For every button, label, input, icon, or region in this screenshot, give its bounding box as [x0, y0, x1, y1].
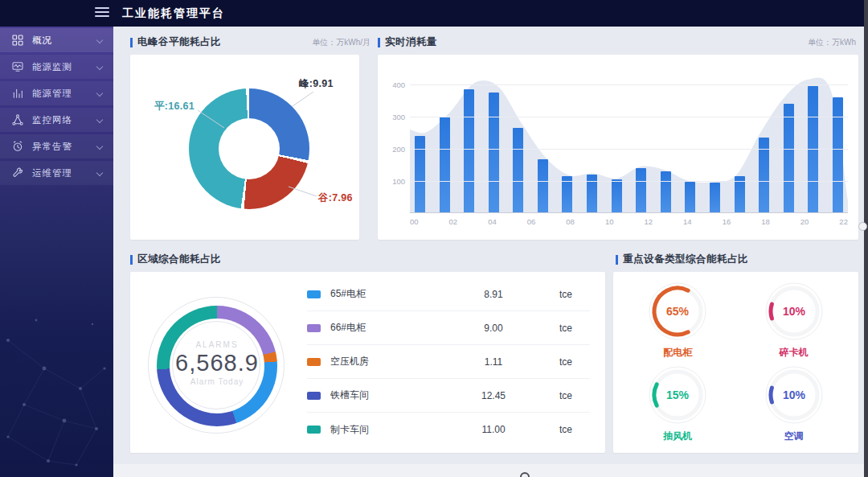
ring-center-value: 6,568.9	[160, 350, 274, 376]
x-tick-label: 18	[761, 217, 770, 226]
sidebar-item-label: 能源监测	[32, 61, 97, 73]
y-tick-label: 200	[383, 145, 405, 154]
title-accent-bar	[378, 38, 380, 47]
gauge-抽风机[interactable]: 15%抽风机	[620, 363, 736, 447]
x-tick-label: 00	[410, 217, 419, 226]
ring-center-subcaption: Alarm Today	[160, 377, 274, 386]
panel-head-peak-valley: 电峰谷平能耗占比	[130, 35, 221, 49]
bar[interactable]	[735, 176, 745, 212]
watermark-glyph	[520, 472, 530, 477]
legend-unit: tce	[542, 289, 590, 300]
sidebar-item-6[interactable]: 运维管理	[0, 161, 113, 185]
bottom-band	[113, 464, 868, 477]
network-icon	[11, 113, 24, 126]
panel-title-devices: 重点设备类型综合能耗占比	[623, 253, 748, 266]
gauge-percent: 10%	[783, 305, 806, 318]
title-accent-bar	[130, 38, 133, 47]
x-tick-label: 14	[683, 217, 692, 226]
legend-unit: tce	[542, 424, 590, 435]
gauge-label: 配电柜	[663, 346, 692, 360]
sidebar-item-label: 运维管理	[32, 167, 97, 179]
x-tick-label: 06	[527, 217, 536, 226]
unit-label-peak-valley: 单位：万kWh/月	[298, 37, 371, 48]
bar[interactable]	[538, 159, 548, 212]
panel-title-region: 区域综合能耗占比	[137, 253, 221, 266]
x-tick-label: 22	[839, 217, 848, 226]
sidebar-item-3[interactable]: 能源管理	[0, 81, 113, 105]
panel-head-realtime: 实时消耗量	[378, 35, 437, 49]
sidebar-item-1[interactable]: 概况	[0, 28, 113, 52]
bar[interactable]	[612, 179, 622, 212]
bar[interactable]	[636, 168, 646, 212]
legend-name: 铁槽车间	[330, 389, 445, 402]
realtime-bar-chart[interactable]	[410, 84, 848, 213]
bar[interactable]	[464, 89, 474, 212]
gauge-碎卡机[interactable]: 10%碎卡机	[736, 278, 853, 363]
gauge-percent: 10%	[783, 389, 806, 401]
legend-value: 1.11	[445, 356, 542, 368]
peak-valley-donut-chart[interactable]	[189, 88, 309, 209]
callout-flat: 平:16.61	[154, 100, 194, 113]
bar[interactable]	[833, 97, 843, 212]
x-tick-label: 08	[566, 217, 575, 226]
bar[interactable]	[415, 136, 425, 212]
gauge-percent: 15%	[666, 389, 690, 401]
title-accent-bar	[616, 255, 618, 265]
legend-row[interactable]: 65#电柜8.91tce	[307, 278, 590, 311]
sidebar-nav: 概况能源监测能源管理监控网络异常告警运维管理	[0, 27, 113, 477]
card-devices-gauges: 65%配电柜10%碎卡机15%抽风机10%空调	[613, 272, 858, 453]
ring-center-caption: ALARMS	[160, 340, 274, 349]
bar[interactable]	[562, 176, 572, 212]
gauge-percent: 65%	[666, 305, 690, 318]
ring-center-text: ALARMS 6,568.9 Alarm Today	[160, 340, 274, 386]
dashboard-screen: 工业能耗管理平台 概况能源监测能源管理监控网络异常告警运维管理	[0, 0, 868, 477]
sidebar-item-5[interactable]: 异常告警	[0, 134, 113, 158]
sidebar-item-4[interactable]: 监控网络	[0, 108, 113, 132]
bar[interactable]	[661, 171, 671, 212]
card-realtime-chart: 100200300400 000204060810121416182022	[378, 55, 858, 240]
sidebar-item-label: 概况	[32, 35, 97, 47]
region-ring-chart[interactable]: ALARMS 6,568.9 Alarm Today	[130, 272, 307, 453]
bar[interactable]	[685, 182, 695, 212]
region-legend-table: 65#电柜8.91tce66#电柜9.00tce空压机房1.11tce铁槽车间1…	[307, 278, 590, 446]
x-tick-label: 16	[723, 217, 731, 226]
legend-row[interactable]: 制卡车间11.00tce	[307, 413, 590, 446]
sidebar-item-label: 异常告警	[32, 141, 97, 153]
y-tick-label: 400	[383, 80, 405, 89]
x-tick-label: 12	[644, 217, 653, 226]
legend-unit: tce	[542, 390, 590, 401]
gauge-配电柜[interactable]: 65%配电柜	[620, 278, 736, 363]
panel-title-realtime: 实时消耗量	[385, 35, 437, 49]
legend-value: 8.91	[445, 289, 542, 300]
x-tick-label: 10	[605, 217, 614, 226]
bar[interactable]	[489, 93, 499, 212]
sidebar-item-label: 监控网络	[32, 114, 97, 126]
alarm-icon	[11, 140, 24, 153]
legend-row[interactable]: 空压机房1.11tce	[307, 345, 590, 379]
bar[interactable]	[513, 128, 523, 212]
legend-swatch	[307, 426, 321, 434]
bar[interactable]	[710, 183, 720, 212]
gauge-空调[interactable]: 10%空调	[736, 363, 853, 447]
callout-peak: 峰:9.91	[299, 77, 334, 91]
monitor-icon	[11, 60, 24, 73]
legend-row[interactable]: 铁槽车间12.45tce	[307, 379, 590, 413]
panel-head-devices: 重点设备类型综合能耗占比	[616, 253, 748, 266]
hamburger-menu-icon[interactable]	[95, 7, 109, 19]
legend-swatch	[307, 324, 321, 332]
app-title: 工业能耗管理平台	[122, 6, 225, 21]
callout-valley: 谷:7.96	[318, 191, 353, 205]
legend-name: 空压机房	[330, 355, 445, 368]
panel-title-peak-valley: 电峰谷平能耗占比	[137, 35, 221, 49]
sidebar-item-2[interactable]: 能源监测	[0, 55, 113, 79]
edge-handle	[858, 222, 867, 231]
chevron-down-icon	[96, 90, 103, 97]
top-header: 工业能耗管理平台	[0, 0, 868, 27]
bar[interactable]	[784, 104, 794, 212]
chevron-down-icon	[96, 117, 103, 123]
bar[interactable]	[440, 117, 450, 212]
legend-name: 制卡车间	[330, 423, 445, 437]
legend-swatch	[307, 290, 321, 298]
legend-name: 65#电柜	[330, 287, 445, 301]
legend-row[interactable]: 66#电柜9.00tce	[307, 311, 590, 345]
